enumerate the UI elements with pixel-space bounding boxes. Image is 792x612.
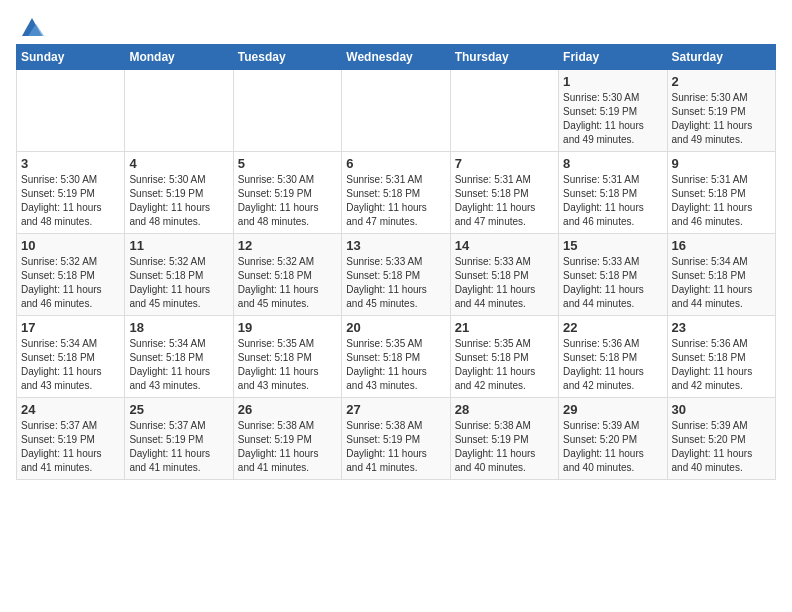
calendar-cell: 10Sunrise: 5:32 AM Sunset: 5:18 PM Dayli… <box>17 234 125 316</box>
day-number: 3 <box>21 156 120 171</box>
calendar-cell <box>125 70 233 152</box>
weekday-header-thursday: Thursday <box>450 45 558 70</box>
day-info: Sunrise: 5:33 AM Sunset: 5:18 PM Dayligh… <box>455 255 554 311</box>
calendar-week-row: 1Sunrise: 5:30 AM Sunset: 5:19 PM Daylig… <box>17 70 776 152</box>
day-info: Sunrise: 5:35 AM Sunset: 5:18 PM Dayligh… <box>455 337 554 393</box>
day-info: Sunrise: 5:34 AM Sunset: 5:18 PM Dayligh… <box>129 337 228 393</box>
day-info: Sunrise: 5:30 AM Sunset: 5:19 PM Dayligh… <box>129 173 228 229</box>
day-number: 9 <box>672 156 771 171</box>
day-number: 11 <box>129 238 228 253</box>
calendar-cell: 26Sunrise: 5:38 AM Sunset: 5:19 PM Dayli… <box>233 398 341 480</box>
day-number: 6 <box>346 156 445 171</box>
day-number: 26 <box>238 402 337 417</box>
day-info: Sunrise: 5:38 AM Sunset: 5:19 PM Dayligh… <box>455 419 554 475</box>
day-number: 19 <box>238 320 337 335</box>
day-info: Sunrise: 5:35 AM Sunset: 5:18 PM Dayligh… <box>238 337 337 393</box>
logo-icon <box>18 12 46 40</box>
day-info: Sunrise: 5:34 AM Sunset: 5:18 PM Dayligh… <box>672 255 771 311</box>
day-number: 10 <box>21 238 120 253</box>
calendar-cell: 5Sunrise: 5:30 AM Sunset: 5:19 PM Daylig… <box>233 152 341 234</box>
calendar-cell: 23Sunrise: 5:36 AM Sunset: 5:18 PM Dayli… <box>667 316 775 398</box>
day-number: 1 <box>563 74 662 89</box>
day-info: Sunrise: 5:32 AM Sunset: 5:18 PM Dayligh… <box>21 255 120 311</box>
day-number: 25 <box>129 402 228 417</box>
calendar-cell: 11Sunrise: 5:32 AM Sunset: 5:18 PM Dayli… <box>125 234 233 316</box>
calendar-cell: 28Sunrise: 5:38 AM Sunset: 5:19 PM Dayli… <box>450 398 558 480</box>
day-info: Sunrise: 5:38 AM Sunset: 5:19 PM Dayligh… <box>238 419 337 475</box>
calendar-cell: 4Sunrise: 5:30 AM Sunset: 5:19 PM Daylig… <box>125 152 233 234</box>
day-info: Sunrise: 5:31 AM Sunset: 5:18 PM Dayligh… <box>563 173 662 229</box>
day-info: Sunrise: 5:31 AM Sunset: 5:18 PM Dayligh… <box>455 173 554 229</box>
day-info: Sunrise: 5:36 AM Sunset: 5:18 PM Dayligh… <box>563 337 662 393</box>
calendar-week-row: 24Sunrise: 5:37 AM Sunset: 5:19 PM Dayli… <box>17 398 776 480</box>
calendar-cell: 14Sunrise: 5:33 AM Sunset: 5:18 PM Dayli… <box>450 234 558 316</box>
day-info: Sunrise: 5:30 AM Sunset: 5:19 PM Dayligh… <box>238 173 337 229</box>
calendar-cell <box>342 70 450 152</box>
day-info: Sunrise: 5:37 AM Sunset: 5:19 PM Dayligh… <box>21 419 120 475</box>
weekday-header-monday: Monday <box>125 45 233 70</box>
calendar-cell: 8Sunrise: 5:31 AM Sunset: 5:18 PM Daylig… <box>559 152 667 234</box>
day-info: Sunrise: 5:32 AM Sunset: 5:18 PM Dayligh… <box>129 255 228 311</box>
calendar-cell: 29Sunrise: 5:39 AM Sunset: 5:20 PM Dayli… <box>559 398 667 480</box>
calendar-cell: 18Sunrise: 5:34 AM Sunset: 5:18 PM Dayli… <box>125 316 233 398</box>
day-info: Sunrise: 5:35 AM Sunset: 5:18 PM Dayligh… <box>346 337 445 393</box>
calendar-cell: 30Sunrise: 5:39 AM Sunset: 5:20 PM Dayli… <box>667 398 775 480</box>
day-number: 20 <box>346 320 445 335</box>
day-number: 18 <box>129 320 228 335</box>
day-info: Sunrise: 5:36 AM Sunset: 5:18 PM Dayligh… <box>672 337 771 393</box>
calendar-cell: 7Sunrise: 5:31 AM Sunset: 5:18 PM Daylig… <box>450 152 558 234</box>
day-number: 7 <box>455 156 554 171</box>
calendar-cell: 27Sunrise: 5:38 AM Sunset: 5:19 PM Dayli… <box>342 398 450 480</box>
day-info: Sunrise: 5:33 AM Sunset: 5:18 PM Dayligh… <box>563 255 662 311</box>
day-number: 22 <box>563 320 662 335</box>
calendar-header-row: SundayMondayTuesdayWednesdayThursdayFrid… <box>17 45 776 70</box>
weekday-header-sunday: Sunday <box>17 45 125 70</box>
day-number: 14 <box>455 238 554 253</box>
calendar-cell: 1Sunrise: 5:30 AM Sunset: 5:19 PM Daylig… <box>559 70 667 152</box>
weekday-header-tuesday: Tuesday <box>233 45 341 70</box>
calendar-cell: 2Sunrise: 5:30 AM Sunset: 5:19 PM Daylig… <box>667 70 775 152</box>
calendar-table: SundayMondayTuesdayWednesdayThursdayFrid… <box>16 44 776 480</box>
day-info: Sunrise: 5:39 AM Sunset: 5:20 PM Dayligh… <box>672 419 771 475</box>
day-info: Sunrise: 5:30 AM Sunset: 5:19 PM Dayligh… <box>672 91 771 147</box>
day-number: 27 <box>346 402 445 417</box>
day-number: 30 <box>672 402 771 417</box>
day-number: 13 <box>346 238 445 253</box>
calendar-cell: 21Sunrise: 5:35 AM Sunset: 5:18 PM Dayli… <box>450 316 558 398</box>
weekday-header-saturday: Saturday <box>667 45 775 70</box>
calendar-cell: 20Sunrise: 5:35 AM Sunset: 5:18 PM Dayli… <box>342 316 450 398</box>
calendar-week-row: 10Sunrise: 5:32 AM Sunset: 5:18 PM Dayli… <box>17 234 776 316</box>
day-info: Sunrise: 5:38 AM Sunset: 5:19 PM Dayligh… <box>346 419 445 475</box>
calendar-week-row: 17Sunrise: 5:34 AM Sunset: 5:18 PM Dayli… <box>17 316 776 398</box>
day-number: 8 <box>563 156 662 171</box>
day-number: 5 <box>238 156 337 171</box>
day-info: Sunrise: 5:31 AM Sunset: 5:18 PM Dayligh… <box>346 173 445 229</box>
calendar-cell <box>450 70 558 152</box>
calendar-cell: 24Sunrise: 5:37 AM Sunset: 5:19 PM Dayli… <box>17 398 125 480</box>
calendar-cell <box>17 70 125 152</box>
day-number: 29 <box>563 402 662 417</box>
calendar-cell: 16Sunrise: 5:34 AM Sunset: 5:18 PM Dayli… <box>667 234 775 316</box>
logo <box>16 16 46 40</box>
day-number: 12 <box>238 238 337 253</box>
day-info: Sunrise: 5:32 AM Sunset: 5:18 PM Dayligh… <box>238 255 337 311</box>
day-info: Sunrise: 5:37 AM Sunset: 5:19 PM Dayligh… <box>129 419 228 475</box>
weekday-header-wednesday: Wednesday <box>342 45 450 70</box>
day-info: Sunrise: 5:31 AM Sunset: 5:18 PM Dayligh… <box>672 173 771 229</box>
calendar-week-row: 3Sunrise: 5:30 AM Sunset: 5:19 PM Daylig… <box>17 152 776 234</box>
calendar-cell: 13Sunrise: 5:33 AM Sunset: 5:18 PM Dayli… <box>342 234 450 316</box>
day-number: 15 <box>563 238 662 253</box>
day-info: Sunrise: 5:39 AM Sunset: 5:20 PM Dayligh… <box>563 419 662 475</box>
calendar-cell: 9Sunrise: 5:31 AM Sunset: 5:18 PM Daylig… <box>667 152 775 234</box>
calendar-cell: 19Sunrise: 5:35 AM Sunset: 5:18 PM Dayli… <box>233 316 341 398</box>
weekday-header-friday: Friday <box>559 45 667 70</box>
day-number: 17 <box>21 320 120 335</box>
page-header <box>16 10 776 40</box>
day-info: Sunrise: 5:34 AM Sunset: 5:18 PM Dayligh… <box>21 337 120 393</box>
day-number: 21 <box>455 320 554 335</box>
calendar-cell: 6Sunrise: 5:31 AM Sunset: 5:18 PM Daylig… <box>342 152 450 234</box>
day-number: 2 <box>672 74 771 89</box>
calendar-cell <box>233 70 341 152</box>
day-number: 28 <box>455 402 554 417</box>
calendar-cell: 17Sunrise: 5:34 AM Sunset: 5:18 PM Dayli… <box>17 316 125 398</box>
